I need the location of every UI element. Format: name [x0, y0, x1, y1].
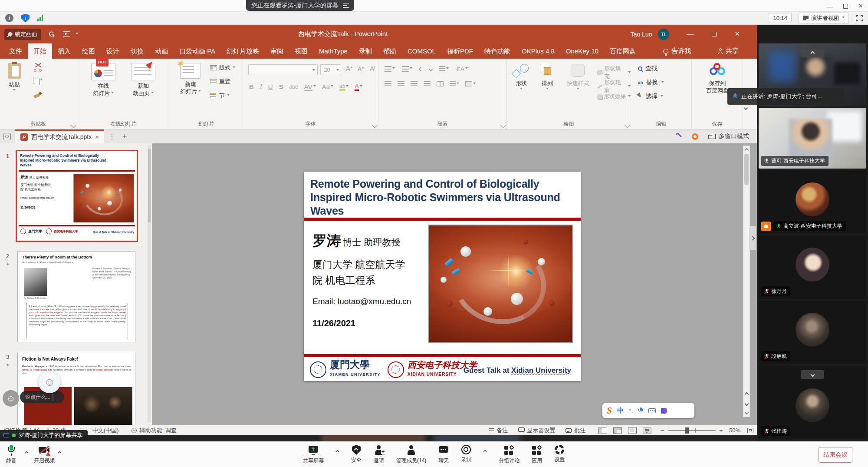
collapse-ribbon-icon[interactable]	[744, 106, 748, 110]
font-color-button[interactable]: A	[355, 82, 362, 91]
thumbnail-slide-3[interactable]: Fiction Is Not Always Fake! Fantastic Vo…	[17, 352, 135, 425]
replace-button[interactable]: ab 替换	[638, 79, 664, 86]
ime-toolbar[interactable]: S 中 °,	[602, 403, 694, 418]
display-settings-button[interactable]: 显示器设置	[518, 427, 555, 434]
fullscreen-icon[interactable]	[856, 15, 863, 21]
arrange-button[interactable]: 排列	[540, 64, 555, 91]
ribbon-tab[interactable]: 特色功能	[479, 43, 516, 59]
language-status[interactable]: 中文(中国)	[92, 427, 119, 434]
grow-font-button[interactable]: A▴	[345, 65, 352, 73]
text-direction-button[interactable]: ⇵A	[456, 66, 468, 72]
share-screen-button[interactable]: 共享屏幕	[303, 445, 324, 464]
share-options-icon[interactable]	[336, 450, 339, 454]
ime-keyboard-icon[interactable]	[648, 408, 656, 413]
thumbnail-slide-2[interactable]: There's Plenty of Room at the Bottom An …	[17, 251, 135, 342]
zoom-in-button[interactable]: +	[719, 427, 723, 434]
line-spacing-button[interactable]	[439, 66, 449, 72]
redo-icon[interactable]: ↻	[46, 31, 56, 38]
section-button[interactable]: 节	[210, 92, 230, 99]
ppt-account-avatar[interactable]: TL	[658, 29, 669, 40]
multi-window-button[interactable]: 多窗口模式	[710, 132, 749, 140]
quick-styles-button[interactable]: 快速样式	[567, 64, 589, 91]
reset-button[interactable]: 重置	[210, 78, 230, 86]
security-button[interactable]: 安全	[351, 445, 362, 464]
manage-members-button[interactable]: 管理成员(14)	[396, 445, 426, 464]
previous-slide-button[interactable]	[745, 392, 749, 397]
shadow-button[interactable]: S	[279, 83, 283, 90]
cut-button[interactable]	[34, 64, 43, 72]
highlight-button[interactable]: ab	[339, 83, 349, 91]
justify-button[interactable]	[424, 81, 431, 86]
mute-button[interactable]: 静音	[6, 445, 16, 464]
underline-button[interactable]: U	[268, 83, 273, 90]
online-slides-button[interactable]: HOT 在线 幻灯片	[85, 63, 122, 97]
change-case-button[interactable]: Aa	[322, 83, 333, 90]
align-center-button[interactable]	[398, 81, 404, 86]
font-size-combo[interactable]: 20	[320, 64, 341, 75]
ribbon-tab[interactable]: 设计	[101, 43, 125, 59]
copy-button[interactable]	[33, 77, 43, 83]
ribbon-tab[interactable]: 切换	[125, 43, 149, 59]
zoom-slider[interactable]	[668, 430, 716, 431]
thumbnail-scrollbar[interactable]	[148, 145, 151, 423]
increase-indent-button[interactable]	[429, 65, 432, 73]
ribbon-tab[interactable]: 帮助	[378, 43, 402, 59]
notes-button[interactable]: 备注	[489, 427, 508, 434]
magic-wand-icon[interactable]	[675, 133, 682, 140]
ribbon-tab[interactable]: COMSOL	[402, 43, 441, 59]
shape-fill-button[interactable]: 形状填充	[597, 65, 631, 80]
signal-strength-icon[interactable]	[37, 15, 43, 21]
chat-input[interactable]: 说点什么... |	[20, 391, 64, 403]
video-tile[interactable]: 高立波-西安电子科技大学	[759, 170, 866, 234]
shapes-button[interactable]: 形状	[513, 64, 529, 91]
doc-tab-active[interactable]: P 西电学术交流Talk.pptx ×	[15, 129, 104, 143]
ime-mic-icon[interactable]	[638, 407, 643, 414]
video-tile[interactable]: 徐丹丹	[759, 235, 866, 299]
ime-punctuation-toggle[interactable]: °,	[629, 407, 633, 414]
format-painter-button[interactable]	[34, 92, 42, 99]
ribbon-tab[interactable]: 绘图	[76, 43, 101, 59]
bold-button[interactable]: B	[249, 83, 254, 90]
next-slide-button[interactable]	[745, 402, 749, 406]
breakout-rooms-button[interactable]: 分组讨论	[499, 445, 519, 464]
find-button[interactable]: 查找	[638, 65, 658, 73]
video-tile[interactable]: 段启凯	[759, 301, 866, 364]
sidebar-collapse-handle[interactable]	[749, 226, 756, 250]
smartart-button[interactable]	[465, 81, 476, 86]
reading-view-button[interactable]	[628, 427, 637, 434]
ribbon-tab[interactable]: 视图	[289, 43, 313, 59]
slideshow-qat-icon[interactable]	[63, 31, 70, 37]
clear-format-button[interactable]: A̸	[370, 65, 374, 72]
ribbon-tab[interactable]: 开始	[28, 43, 52, 59]
chat-button[interactable]: 聊天	[438, 445, 449, 464]
view-mode-selector[interactable]: 演讲者视图	[799, 13, 849, 24]
slideshow-view-button[interactable]	[643, 427, 651, 434]
zoom-out-button[interactable]: −	[660, 427, 664, 434]
wps-flower-icon[interactable]	[692, 133, 698, 140]
ribbon-tab[interactable]: 幻灯片放映	[221, 43, 265, 59]
meeting-info-icon[interactable]: i	[5, 14, 13, 22]
ppt-maximize-button[interactable]	[712, 32, 717, 36]
zoom-level[interactable]: 50%	[729, 427, 740, 434]
ppt-minimize-button[interactable]: —	[687, 30, 694, 38]
sidebar-scroll-down-button[interactable]	[801, 370, 824, 379]
paste-button[interactable]: 粘贴	[8, 63, 21, 92]
ppt-close-button[interactable]: ×	[735, 30, 740, 39]
meeting-maximize-button[interactable]	[843, 4, 848, 9]
ribbon-tab[interactable]: 福昕PDF	[441, 43, 479, 59]
end-meeting-button[interactable]: 结束会议	[819, 447, 852, 463]
columns-button[interactable]	[437, 81, 444, 86]
chat-avatar[interactable]: ☺	[38, 371, 61, 393]
ribbon-tab[interactable]: MathType	[313, 43, 353, 59]
new-doc-tab-icon[interactable]: +	[122, 132, 127, 141]
accessibility-status[interactable]: 辅助功能: 调查	[132, 427, 176, 434]
invite-button[interactable]: +邀请	[374, 445, 384, 464]
share-button[interactable]: 共享	[718, 43, 739, 59]
char-spacing-button[interactable]: AV	[304, 83, 316, 91]
record-options-icon[interactable]	[483, 450, 487, 454]
settings-button[interactable]: 设置	[554, 445, 565, 464]
qat-dropdown-icon[interactable]	[76, 33, 78, 36]
strikethrough-button[interactable]: abe	[289, 84, 298, 90]
ribbon-tab[interactable]: OKPlus 4.8	[516, 43, 560, 59]
sidebar-scroll-up-button[interactable]	[801, 49, 824, 57]
